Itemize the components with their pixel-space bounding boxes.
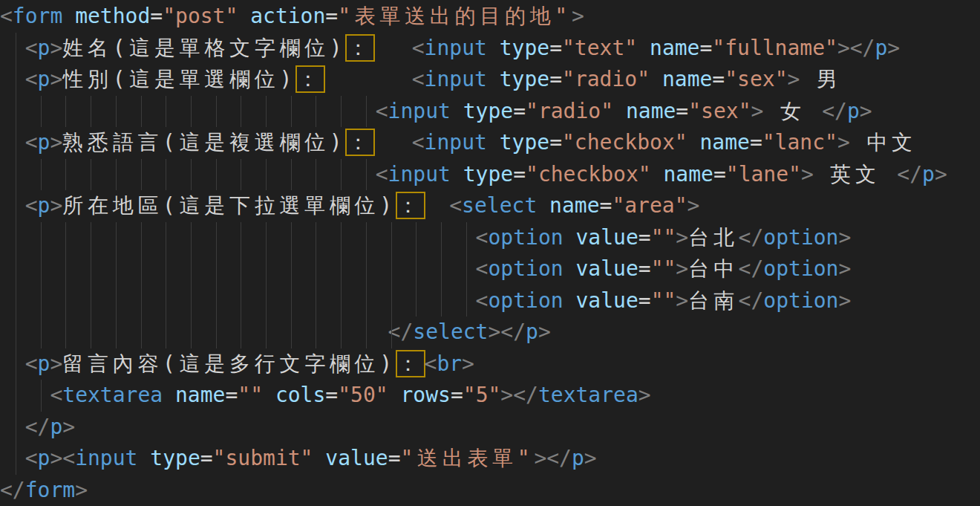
code-token: =: [713, 162, 726, 186]
code-line-4[interactable]: <input type="radio" name="sex"> 女 </p>: [0, 96, 980, 128]
indent-guide: [65, 159, 66, 191]
code-line-11[interactable]: </select></p>: [0, 317, 980, 348]
code-line-16[interactable]: </form>: [0, 475, 980, 506]
code-token: value: [575, 288, 638, 313]
code-token: [313, 446, 325, 470]
code-token: >: [638, 383, 651, 407]
indent-guide: [391, 317, 392, 348]
indent-guide: [341, 253, 342, 285]
indent-guide: [216, 159, 217, 191]
code-token: =: [549, 67, 562, 91]
code-token: [537, 193, 549, 218]
code-token: >: [50, 351, 62, 376]
code-line-13[interactable]: <textarea name="" cols="50" rows="5"></t…: [0, 380, 980, 412]
indent-guide: [366, 222, 367, 254]
code-token: <: [25, 351, 38, 376]
indent-guide: [466, 222, 467, 254]
code-token: "checkbox": [526, 162, 651, 186]
code-token: </: [25, 415, 50, 439]
code-token: =: [750, 130, 762, 155]
code-token: 台南: [688, 288, 738, 313]
code-token: =: [150, 4, 163, 28]
indent-guide: [41, 253, 42, 285]
code-token: p: [572, 446, 584, 470]
code-editor[interactable]: <form method="post" action="表單送出的目的地"> <…: [0, 0, 980, 506]
indent-guide: [266, 159, 267, 191]
code-token: "area": [612, 193, 687, 218]
code-line-15[interactable]: <p><input type="submit" value="送出表單"></p…: [0, 443, 980, 475]
code-token: >: [50, 193, 62, 218]
code-token: =: [325, 4, 338, 28]
indent-guide: [65, 253, 66, 285]
code-token: input: [425, 67, 487, 91]
indent-guide: [416, 253, 416, 285]
code-line-6[interactable]: <input type="checkbox" name="lane"> 英文 <…: [0, 159, 980, 191]
code-token: name: [626, 99, 676, 123]
code-token: "": [651, 256, 676, 281]
code-token: =: [549, 130, 562, 155]
indent-guide: [316, 285, 316, 317]
indent-guide: [141, 222, 142, 254]
code-token: "radio": [526, 99, 613, 123]
code-token: [564, 288, 576, 313]
indent-guide: [291, 222, 292, 254]
code-token: >: [676, 256, 688, 281]
code-line-8[interactable]: <option value="">台北</option>: [0, 222, 980, 254]
code-token: "lane": [726, 162, 801, 186]
code-token: p: [38, 446, 50, 470]
code-token: =: [638, 225, 651, 250]
indent-guide: [216, 317, 217, 348]
code-token: select: [413, 320, 488, 344]
code-token: >: [838, 256, 851, 281]
code-token: [374, 130, 412, 155]
code-token: =: [200, 446, 213, 470]
code-token: >: [75, 478, 88, 502]
code-token: >: [62, 415, 75, 439]
code-token: name: [175, 383, 225, 407]
indent-guide: [16, 222, 16, 254]
code-line-12[interactable]: <p>留言內容(這是多行文字欄位)：<br>: [0, 348, 980, 380]
code-token: </: [0, 478, 25, 502]
code-token: 性別(這是單選欄位): [62, 67, 296, 91]
code-token: option: [763, 256, 838, 281]
code-line-2[interactable]: <p>姓名(這是單格文字欄位)： <input type="text" name…: [0, 33, 980, 65]
code-token: rows: [400, 383, 450, 407]
unicode-highlight-box: ：: [347, 130, 373, 155]
code-token: input: [75, 446, 137, 470]
indent-guide: [16, 253, 16, 285]
indent-guide: [466, 253, 467, 285]
indent-guide: [91, 285, 91, 317]
indent-guide: [191, 285, 192, 317]
indent-guide: [291, 159, 292, 191]
code-token: type: [500, 130, 549, 155]
code-token: textarea: [62, 383, 163, 407]
code-token: =: [600, 193, 612, 218]
code-token: [650, 67, 662, 91]
code-token: type: [150, 446, 200, 470]
code-line-9[interactable]: <option value="">台中</option>: [0, 253, 980, 285]
code-token: input: [388, 99, 451, 123]
code-token: name: [549, 193, 599, 218]
code-line-5[interactable]: <p>熟悉語言(這是複選欄位)： <input type="checkbox" …: [0, 127, 980, 159]
indent-guide: [166, 159, 166, 191]
code-line-3[interactable]: <p>性別(這是單選欄位)： <input type="radio" name=…: [0, 64, 980, 96]
code-token: [0, 36, 25, 60]
indent-guide: [16, 443, 16, 475]
code-token: "": [651, 288, 676, 313]
indent-guide: [366, 285, 367, 317]
code-line-1[interactable]: <form method="post" action="表單送出的目的地">: [0, 1, 980, 33]
code-token: option: [488, 256, 563, 281]
code-token: >: [572, 4, 584, 28]
indent-guide: [16, 348, 16, 380]
code-line-14[interactable]: </p>: [0, 412, 980, 444]
code-token: >: [838, 225, 851, 250]
code-token: p: [922, 162, 935, 186]
code-token: 男: [800, 67, 841, 91]
indent-guide: [41, 96, 42, 128]
code-token: [0, 193, 25, 218]
code-line-7[interactable]: <p>所在地區(這是下拉選單欄位)： <select name="area">: [0, 190, 980, 222]
code-token: name: [699, 130, 749, 155]
code-token: <: [25, 130, 38, 155]
code-line-10[interactable]: <option value="">台南</option>: [0, 285, 980, 317]
code-token: 台北: [688, 225, 738, 250]
